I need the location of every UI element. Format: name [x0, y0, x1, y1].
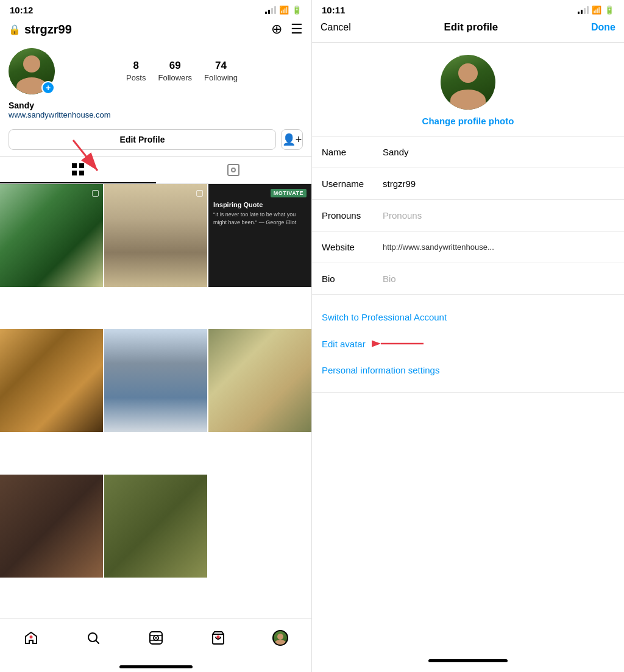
bio-value[interactable]: Bio — [383, 274, 614, 284]
edit-avatar-link[interactable]: Edit avatar — [322, 330, 614, 358]
tab-tagged[interactable] — [156, 157, 312, 183]
website-label: Website — [322, 242, 383, 252]
field-website[interactable]: Website http://www.sandywrittenhouse... — [312, 232, 624, 263]
add-to-story-button[interactable]: + — [41, 81, 55, 94]
red-arrow-right-indicator — [372, 337, 427, 350]
bottom-nav — [0, 618, 311, 663]
posts-stat[interactable]: 8 Posts — [126, 60, 146, 83]
left-time: 10:12 — [10, 5, 33, 15]
personal-info-text: Personal information settings — [322, 365, 439, 375]
left-nav: 🔒 strgzr99 ⊕ ☰ — [0, 18, 311, 43]
nav-actions: ⊕ ☰ — [271, 21, 303, 37]
pronouns-value[interactable]: Pronouns — [383, 210, 614, 221]
profile-avatar-wrap[interactable]: + — [9, 48, 55, 94]
switch-professional-link[interactable]: Switch to Professional Account — [322, 305, 614, 330]
right-status-icons: 📶 🔋 — [578, 5, 614, 15]
followers-stat[interactable]: 69 Followers — [158, 60, 192, 83]
links-section: Switch to Professional Account Edit avat… — [312, 295, 624, 393]
svg-line-9 — [96, 641, 99, 644]
multi-photo-icon-2: ▢ — [196, 188, 204, 197]
motivate-tag: MOTIVATE — [271, 189, 307, 197]
photo-cell-6[interactable] — [208, 329, 311, 432]
personal-info-link[interactable]: Personal information settings — [322, 358, 614, 383]
followers-label: Followers — [158, 73, 192, 82]
svg-rect-2 — [72, 163, 77, 168]
svg-rect-3 — [79, 163, 84, 168]
grid-tabs — [0, 156, 311, 184]
nav-home[interactable] — [0, 625, 62, 651]
field-pronouns[interactable]: Pronouns Pronouns — [312, 200, 624, 232]
photo-cell-7[interactable] — [0, 475, 103, 578]
photo-cell-2[interactable]: ▢ — [104, 184, 207, 287]
home-indicator-right — [428, 659, 508, 662]
nav-reels[interactable] — [124, 625, 186, 651]
website-value[interactable]: http://www.sandywrittenhouse... — [383, 242, 614, 252]
left-panel: 10:12 📶 🔋 🔒 strgzr99 ⊕ ☰ — [0, 0, 312, 672]
edit-profile-row: Edit Profile 👤+ — [0, 126, 311, 156]
right-avatar-image — [441, 55, 495, 110]
tab-grid[interactable] — [0, 157, 156, 183]
form-fields: Name Sandy Username strgzr99 Pronouns Pr… — [312, 136, 624, 653]
photo-cell-8[interactable] — [104, 475, 207, 578]
right-photo-area: Change profile photo — [312, 43, 624, 136]
photo-cell-1[interactable]: ▢ — [0, 184, 103, 287]
profile-info: Sandy www.sandywrittenhouse.com — [0, 101, 311, 126]
right-wifi-icon: 📶 — [592, 5, 601, 15]
add-person-icon: 👤+ — [282, 133, 302, 146]
left-status-bar: 10:12 📶 🔋 — [0, 0, 311, 18]
nav-search[interactable] — [62, 625, 124, 651]
nav-shop[interactable] — [187, 625, 249, 651]
right-status-bar: 10:11 📶 🔋 — [312, 0, 624, 18]
username-value[interactable]: strgzr99 — [383, 179, 614, 189]
username-text: strgzr99 — [24, 23, 72, 37]
battery-icon: 🔋 — [292, 5, 302, 15]
right-battery-icon: 🔋 — [604, 5, 614, 15]
profile-name: Sandy — [9, 101, 303, 110]
username-label: Username — [322, 179, 383, 189]
motivate-quote: "It is never too late to be what you mig… — [213, 211, 307, 226]
posts-count: 8 — [126, 60, 146, 72]
photo-cell-3[interactable]: MOTIVATE Inspiring Quote "It is never to… — [208, 184, 311, 287]
switch-professional-text: Switch to Professional Account — [322, 312, 447, 322]
edit-avatar-text: Edit avatar — [322, 339, 366, 349]
edit-profile-button[interactable]: Edit Profile — [9, 129, 276, 150]
following-stat[interactable]: 74 Following — [204, 60, 238, 83]
menu-button[interactable]: ☰ — [291, 21, 303, 37]
stats-row: 8 Posts 69 Followers 74 Following — [61, 60, 303, 83]
nav-profile[interactable] — [249, 625, 311, 651]
name-value[interactable]: Sandy — [383, 147, 614, 157]
svg-point-12 — [155, 637, 157, 639]
shop-dot — [216, 635, 219, 638]
field-username[interactable]: Username strgzr99 — [312, 168, 624, 200]
posts-label: Posts — [126, 73, 146, 82]
photo-cell-4[interactable] — [0, 329, 103, 432]
svg-point-7 — [232, 168, 235, 172]
add-post-button[interactable]: ⊕ — [271, 21, 282, 37]
wifi-icon: 📶 — [279, 5, 289, 15]
followers-count: 69 — [158, 60, 192, 72]
right-header: Cancel Edit profile Done — [312, 18, 624, 43]
add-person-button[interactable]: 👤+ — [281, 129, 303, 150]
field-name[interactable]: Name Sandy — [312, 136, 624, 168]
right-signal-icon — [578, 7, 589, 14]
profile-website[interactable]: www.sandywrittenhouse.com — [9, 110, 303, 119]
photo-grid: ▢ ▢ MOTIVATE Inspiring Quote "It is neve… — [0, 184, 311, 618]
cancel-button[interactable]: Cancel — [321, 22, 351, 33]
done-button[interactable]: Done — [591, 22, 615, 33]
home-dot — [30, 635, 33, 638]
photo-cell-5[interactable] — [104, 329, 207, 432]
svg-rect-5 — [79, 171, 84, 175]
following-label: Following — [204, 73, 238, 82]
edit-avatar-wrap: Edit avatar — [322, 337, 427, 350]
field-bio[interactable]: Bio Bio — [312, 263, 624, 295]
right-time: 10:11 — [322, 5, 345, 15]
motivate-title: Inspiring Quote — [213, 201, 307, 208]
home-indicator-left — [119, 665, 193, 668]
motivate-overlay: MOTIVATE Inspiring Quote "It is never to… — [208, 184, 311, 287]
svg-rect-6 — [228, 164, 239, 175]
svg-rect-4 — [72, 171, 77, 175]
bio-label: Bio — [322, 274, 383, 284]
following-count: 74 — [204, 60, 238, 72]
change-profile-photo-button[interactable]: Change profile photo — [422, 116, 514, 126]
edit-profile-title: Edit profile — [444, 21, 498, 34]
